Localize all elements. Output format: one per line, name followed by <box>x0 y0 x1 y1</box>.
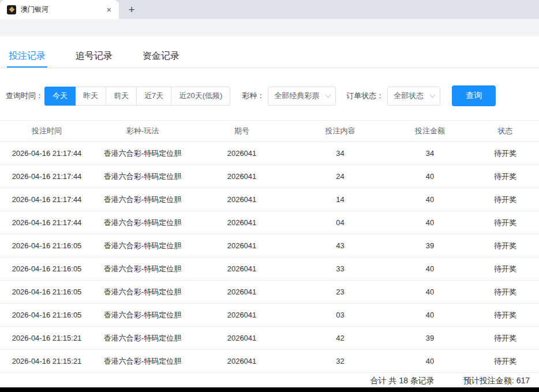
cell-bet-amount: 39 <box>388 234 471 257</box>
cell-period: 2026041 <box>192 350 292 373</box>
cell-status: 待开奖 <box>471 304 539 327</box>
lottery-filter-label: 彩种： <box>242 91 264 101</box>
cell-bet-time: 2026-04-16 21:16:05 <box>0 257 93 281</box>
cell-bet-amount: 40 <box>388 304 471 327</box>
time-option-today[interactable]: 今天 <box>44 87 76 106</box>
tab-title: 澳门银河 <box>21 5 104 14</box>
time-filter-group: 今天 昨天 前天 近7天 近20天(低频) <box>44 87 230 106</box>
chevron-down-icon <box>430 92 436 98</box>
cell-period: 2026041 <box>192 304 292 327</box>
status-filter-label: 订单状态： <box>346 91 384 101</box>
cell-lottery-play: 香港六合彩-特码定位胆 <box>93 234 192 257</box>
header-lottery-play: 彩种-玩法 <box>93 121 192 142</box>
time-filter-label: 查询时间： <box>6 91 43 101</box>
table-header-row: 投注时间 彩种-玩法 期号 投注内容 投注金额 状态 <box>0 121 539 142</box>
cell-lottery-play: 香港六合彩-特码定位胆 <box>93 327 192 350</box>
header-period: 期号 <box>192 121 292 142</box>
table-summary: 合计 共 18 条记录 预计投注金额: 617 <box>0 373 539 389</box>
cell-period: 2026041 <box>192 211 292 234</box>
time-option-day-before[interactable]: 前天 <box>106 87 137 106</box>
cell-bet-content: 42 <box>292 327 388 350</box>
table-row: 2026-04-16 21:17:44 香港六合彩-特码定位胆 2026041 … <box>0 188 539 211</box>
cell-status: 待开奖 <box>471 350 539 373</box>
chevron-down-icon <box>325 92 331 98</box>
cell-bet-time: 2026-04-16 21:15:21 <box>0 327 93 350</box>
cell-bet-amount: 39 <box>388 327 471 350</box>
cell-lottery-play: 香港六合彩-特码定位胆 <box>93 257 192 281</box>
cell-lottery-play: 香港六合彩-特码定位胆 <box>93 142 192 165</box>
cell-period: 2026041 <box>192 257 292 281</box>
cell-bet-amount: 34 <box>388 142 471 165</box>
cell-status: 待开奖 <box>471 165 539 188</box>
cell-lottery-play: 香港六合彩-特码定位胆 <box>93 304 192 327</box>
cell-lottery-play: 香港六合彩-特码定位胆 <box>93 211 192 234</box>
browser-toolbar <box>0 19 539 36</box>
cell-bet-content: 23 <box>292 281 388 304</box>
site-favicon-icon <box>7 5 16 14</box>
cell-bet-amount: 40 <box>388 211 471 234</box>
estimated-amount-text: 预计投注金额: 617 <box>463 376 530 386</box>
browser-tab[interactable]: 澳门银河 × <box>0 0 119 19</box>
cell-bet-content: 34 <box>292 142 388 165</box>
tab-fund-records[interactable]: 资金记录 <box>141 46 181 68</box>
cell-bet-time: 2026-04-16 21:17:44 <box>0 165 93 188</box>
time-option-7days[interactable]: 近7天 <box>136 87 171 106</box>
cell-period: 2026041 <box>192 327 292 350</box>
table-row: 2026-04-16 21:17:44 香港六合彩-特码定位胆 2026041 … <box>0 142 539 165</box>
status-select-value: 全部状态 <box>394 91 424 101</box>
table-row: 2026-04-16 21:17:44 香港六合彩-特码定位胆 2026041 … <box>0 165 539 188</box>
table-body: 2026-04-16 21:17:44 香港六合彩-特码定位胆 2026041 … <box>0 142 539 373</box>
lottery-select-value: 全部经典彩票 <box>274 91 319 101</box>
lottery-select[interactable]: 全部经典彩票 <box>268 87 336 106</box>
cell-status: 待开奖 <box>471 211 539 234</box>
bottom-black-bar <box>0 387 539 392</box>
cell-period: 2026041 <box>192 142 292 165</box>
cell-period: 2026041 <box>192 188 292 211</box>
header-bet-time: 投注时间 <box>0 121 93 142</box>
table-row: 2026-04-16 21:16:05 香港六合彩-特码定位胆 2026041 … <box>0 234 539 257</box>
cell-bet-amount: 40 <box>388 281 471 304</box>
browser-tabstrip: 澳门银河 × + <box>0 0 539 19</box>
header-status: 状态 <box>471 121 539 142</box>
cell-bet-content: 32 <box>292 350 388 373</box>
table-row: 2026-04-16 21:15:21 香港六合彩-特码定位胆 2026041 … <box>0 350 539 373</box>
query-button[interactable]: 查询 <box>452 85 496 106</box>
cell-bet-content: 14 <box>292 188 388 211</box>
tab-bet-records[interactable]: 投注记录 <box>7 46 47 68</box>
bet-records-table: 投注时间 彩种-玩法 期号 投注内容 投注金额 状态 2026-04-16 21… <box>0 120 539 373</box>
filter-bar: 查询时间： 今天 昨天 前天 近7天 近20天(低频) 彩种： 全部经典彩票 订… <box>0 68 539 120</box>
page-tab-bar: 投注记录 追号记录 资金记录 <box>0 36 539 68</box>
cell-bet-content: 04 <box>292 211 388 234</box>
cell-bet-content: 24 <box>292 165 388 188</box>
cell-lottery-play: 香港六合彩-特码定位胆 <box>93 350 192 373</box>
cell-status: 待开奖 <box>471 327 539 350</box>
cell-status: 待开奖 <box>471 257 539 281</box>
table-row: 2026-04-16 21:15:21 香港六合彩-特码定位胆 2026041 … <box>0 327 539 350</box>
header-bet-amount: 投注金额 <box>388 121 471 142</box>
cell-lottery-play: 香港六合彩-特码定位胆 <box>93 281 192 304</box>
cell-bet-time: 2026-04-16 21:16:05 <box>0 281 93 304</box>
cell-bet-time: 2026-04-16 21:17:44 <box>0 142 93 165</box>
tab-close-icon[interactable]: × <box>104 5 114 15</box>
cell-bet-time: 2026-04-16 21:17:44 <box>0 211 93 234</box>
cell-status: 待开奖 <box>471 281 539 304</box>
cell-bet-content: 03 <box>292 304 388 327</box>
cell-bet-amount: 40 <box>388 188 471 211</box>
order-status-select[interactable]: 全部状态 <box>387 87 440 106</box>
cell-bet-amount: 40 <box>388 257 471 281</box>
time-option-20days[interactable]: 近20天(低频) <box>171 87 230 106</box>
table-row: 2026-04-16 21:16:05 香港六合彩-特码定位胆 2026041 … <box>0 304 539 327</box>
header-bet-content: 投注内容 <box>292 121 388 142</box>
cell-bet-content: 33 <box>292 257 388 281</box>
cell-status: 待开奖 <box>471 234 539 257</box>
table-row: 2026-04-16 21:17:44 香港六合彩-特码定位胆 2026041 … <box>0 211 539 234</box>
time-option-yesterday[interactable]: 昨天 <box>75 87 106 106</box>
tab-chase-records[interactable]: 追号记录 <box>74 46 114 68</box>
new-tab-button[interactable]: + <box>123 2 140 18</box>
table-row: 2026-04-16 21:16:05 香港六合彩-特码定位胆 2026041 … <box>0 281 539 304</box>
cell-lottery-play: 香港六合彩-特码定位胆 <box>93 188 192 211</box>
cell-bet-content: 43 <box>292 234 388 257</box>
table-row: 2026-04-16 21:16:05 香港六合彩-特码定位胆 2026041 … <box>0 257 539 281</box>
record-count-text: 合计 共 18 条记录 <box>370 376 435 386</box>
cell-status: 待开奖 <box>471 142 539 165</box>
